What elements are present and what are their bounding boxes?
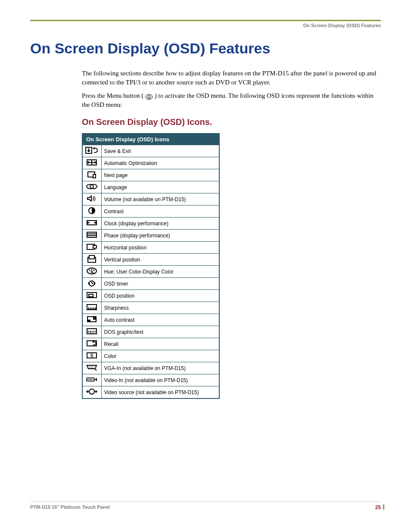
table-row: Horizontal position: [82, 242, 219, 254]
table-row: Video source (not available on PTM-D15): [82, 386, 219, 399]
next-page-icon: [82, 169, 101, 181]
recall-icon: [82, 338, 101, 350]
intro-paragraph-2: Press the Menu button ( S ) to activate …: [82, 91, 377, 109]
table-row: Language: [82, 181, 219, 193]
icon-label: OSD timer: [101, 278, 219, 290]
intro-paragraph-1: The following sections describe how to a…: [82, 69, 377, 87]
table-row: Next page: [82, 169, 219, 181]
table-row: Recall: [82, 338, 219, 350]
clock-icon: [82, 218, 101, 230]
icon-label: Clock (display performance): [101, 218, 219, 230]
icon-label: Automatic Optimization: [101, 157, 219, 169]
table-row: DOS graphic/text: [82, 326, 219, 338]
icon-label: Sharpness: [101, 302, 219, 314]
hpos-icon: [82, 242, 101, 254]
icon-label: Contrast: [101, 205, 219, 218]
table-row: Automatic Optimization: [82, 157, 219, 169]
icon-label: Recall: [101, 338, 219, 350]
hue-icon: [82, 266, 101, 278]
icon-label: Next page: [101, 169, 219, 181]
osd-icons-table: On Screen Display (OSD) Icons Save & Exi…: [82, 133, 220, 399]
table-row: Vertical position: [82, 254, 219, 266]
page-footer: PTM-D15 15" Platinum Touch Panel 25: [30, 501, 381, 510]
osd-position-icon: [82, 290, 101, 302]
icon-label: Language: [101, 181, 219, 193]
auto-opt-icon: [82, 157, 101, 169]
section-title: On Screen Display (OSD) Icons.: [82, 117, 377, 127]
icon-label: Phase (display performance): [101, 230, 219, 242]
icon-label: Video source (not available on PTM-D15): [101, 386, 219, 399]
video-source-icon: [82, 386, 101, 399]
table-row: Clock (display performance): [82, 218, 219, 230]
auto-contrast-icon: [82, 314, 101, 326]
table-row: OSD position: [82, 290, 219, 302]
icon-label: Horizontal position: [101, 242, 219, 254]
table-row: Contrast: [82, 205, 219, 218]
contrast-icon: [82, 205, 101, 218]
volume-icon: [82, 193, 101, 205]
table-row: Save & Exit: [82, 145, 219, 157]
color-icon: [82, 350, 101, 362]
icon-label: Save & Exit: [101, 145, 219, 157]
page-number: 25: [375, 504, 381, 510]
table-row: Sharpness: [82, 302, 219, 314]
vga-in-icon: [82, 362, 101, 374]
video-in-icon: [82, 374, 101, 386]
language-icon: [82, 181, 101, 193]
icon-label: VGA-In (not available on PTM-D15): [101, 362, 219, 374]
menu-button-icon: S: [145, 93, 153, 100]
table-row: Auto contrast: [82, 314, 219, 326]
icon-label: DOS graphic/text: [101, 326, 219, 338]
sharpness-icon: [82, 302, 101, 314]
table-row: VGA-In (not available on PTM-D15): [82, 362, 219, 374]
icon-label: Auto contrast: [101, 314, 219, 326]
table-row: Phase (display performance): [82, 230, 219, 242]
icon-label: Vertical position: [101, 254, 219, 266]
icon-label: Color: [101, 350, 219, 362]
icon-label: Volume (not available on PTM-D15): [101, 193, 219, 205]
page-title: On Screen Display (OSD) Features: [30, 40, 381, 57]
table-row: Video-In (not available on PTM-D15): [82, 374, 219, 386]
svg-text:S: S: [148, 96, 150, 98]
icon-label: Hue; User Color-Display Color: [101, 266, 219, 278]
vpos-icon: [82, 254, 101, 266]
osd-timer-icon: [82, 278, 101, 290]
table-row: Volume (not available on PTM-D15): [82, 193, 219, 205]
table-row: Color: [82, 350, 219, 362]
table-row: OSD timer: [82, 278, 219, 290]
icon-label: OSD position: [101, 290, 219, 302]
table-header: On Screen Display (OSD) Icons: [82, 134, 219, 145]
table-row: Hue; User Color-Display Color: [82, 266, 219, 278]
save-exit-icon: [82, 145, 101, 157]
dos-text-icon: [82, 326, 101, 338]
breadcrumb: On Screen Display (OSD) Features: [30, 23, 381, 30]
icon-label: Video-In (not available on PTM-D15): [101, 374, 219, 386]
phase-icon: [82, 230, 101, 242]
footer-product: PTM-D15 15" Platinum Touch Panel: [30, 504, 110, 510]
